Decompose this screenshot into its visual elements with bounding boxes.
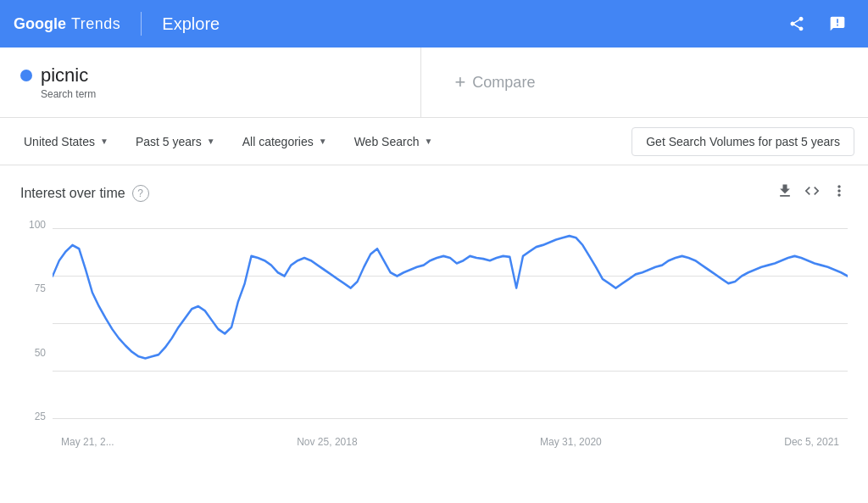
chart-container: 100 75 50 25 May 21, 2... Nov 25, 2018 M… xyxy=(20,210,848,448)
categories-filter[interactable]: All categories ▼ xyxy=(232,128,337,155)
compare-plus-icon: + xyxy=(455,71,466,93)
share-button[interactable] xyxy=(780,7,814,41)
search-type-label: Web Search xyxy=(354,135,420,148)
search-term-label: Search term xyxy=(41,88,400,100)
time-range-label: Past 5 years xyxy=(136,135,202,148)
compare-box[interactable]: + Compare xyxy=(421,48,869,117)
search-type-filter[interactable]: Web Search ▼ xyxy=(344,128,443,155)
y-axis-labels: 100 75 50 25 xyxy=(20,210,46,448)
time-range-filter[interactable]: Past 5 years ▼ xyxy=(125,128,225,155)
x-label-3: Dec 5, 2021 xyxy=(784,436,839,448)
section-title-group: Interest over time ? xyxy=(20,185,149,202)
share-icon xyxy=(788,15,805,32)
code-icon[interactable] xyxy=(804,182,821,204)
feedback-icon xyxy=(829,15,846,32)
feedback-button[interactable] xyxy=(821,7,854,41)
y-label-50: 50 xyxy=(20,347,46,359)
section-header: Interest over time ? xyxy=(20,182,848,204)
region-filter[interactable]: United States ▼ xyxy=(14,128,119,155)
x-label-1: Nov 25, 2018 xyxy=(297,436,357,448)
logo-trends: Trends xyxy=(71,15,120,33)
y-label-100: 100 xyxy=(20,219,46,231)
more-icon[interactable] xyxy=(831,182,848,204)
header-icons xyxy=(780,7,854,41)
y-label-75: 75 xyxy=(20,282,46,294)
search-area: picnic Search term + Compare xyxy=(0,48,868,118)
x-axis-labels: May 21, 2... Nov 25, 2018 May 31, 2020 D… xyxy=(53,436,848,448)
logo: Google Trends xyxy=(14,15,120,33)
filters-bar: United States ▼ Past 5 years ▼ All categ… xyxy=(0,118,868,165)
y-label-25: 25 xyxy=(20,411,46,422)
search-term-word: picnic xyxy=(41,64,88,87)
categories-label: All categories xyxy=(242,135,314,148)
header-title: Explore xyxy=(162,14,220,34)
section-actions xyxy=(776,182,848,204)
get-volumes-button[interactable]: Get Search Volumes for past 5 years xyxy=(632,127,854,156)
search-term-header: picnic xyxy=(20,64,400,87)
search-term-dot xyxy=(20,70,32,81)
header-left: Google Trends Explore xyxy=(14,12,220,36)
logo-google: Google xyxy=(14,15,66,33)
main-content: Interest over time ? 100 xyxy=(0,165,868,448)
search-term-box: picnic Search term xyxy=(0,48,421,117)
x-label-0: May 21, 2... xyxy=(61,436,114,448)
section-title: Interest over time xyxy=(20,186,125,201)
compare-label: Compare xyxy=(472,74,535,92)
x-label-2: May 31, 2020 xyxy=(540,436,602,448)
time-range-arrow-icon: ▼ xyxy=(207,137,215,146)
app-header: Google Trends Explore xyxy=(0,0,868,48)
header-divider xyxy=(141,12,142,36)
help-icon[interactable]: ? xyxy=(132,185,149,202)
trend-chart xyxy=(53,210,848,448)
download-icon[interactable] xyxy=(776,182,793,204)
region-arrow-icon: ▼ xyxy=(100,137,108,146)
categories-arrow-icon: ▼ xyxy=(319,137,327,146)
search-type-arrow-icon: ▼ xyxy=(424,137,432,146)
region-label: United States xyxy=(24,135,95,148)
